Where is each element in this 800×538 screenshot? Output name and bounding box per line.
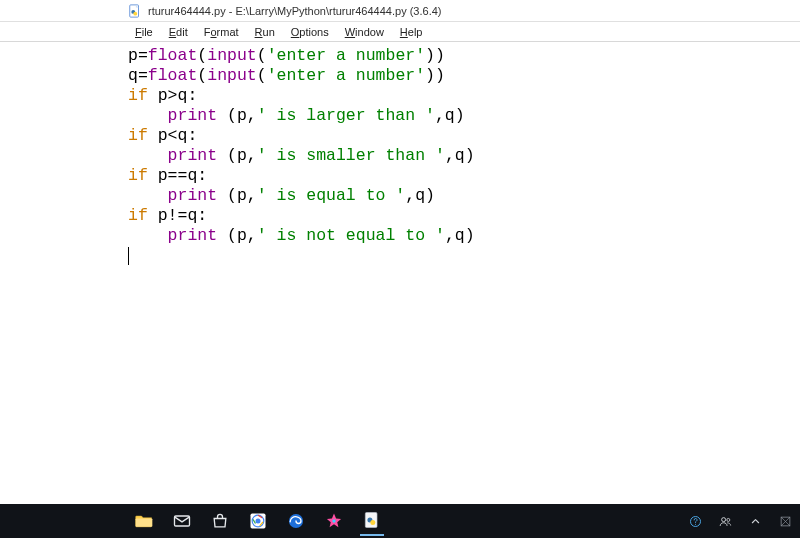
- chevron-up-icon[interactable]: [746, 512, 764, 530]
- code-token: [128, 146, 168, 165]
- code-token: ,q): [445, 226, 475, 245]
- code-token: if: [128, 206, 148, 225]
- menu-edit[interactable]: Edit: [162, 25, 195, 39]
- python-file-icon: [128, 4, 142, 18]
- file-explorer-icon[interactable]: [132, 509, 156, 533]
- svg-point-16: [726, 518, 729, 521]
- code-token: ,q): [445, 146, 475, 165]
- code-token: (p,: [217, 186, 257, 205]
- code-token: =: [138, 46, 148, 65]
- code-token: [128, 106, 168, 125]
- code-token: p!=q:: [148, 206, 207, 225]
- code-token: p<q:: [148, 126, 198, 145]
- menu-bar: File Edit Format Run Options Window Help: [0, 22, 800, 42]
- code-token: (: [197, 66, 207, 85]
- code-token: ,q): [435, 106, 465, 125]
- code-token: float: [148, 66, 198, 85]
- code-token: )): [425, 46, 445, 65]
- code-token: if: [128, 126, 148, 145]
- people-icon[interactable]: [716, 512, 734, 530]
- code-editor[interactable]: p=float(input('enter a number')) q=float…: [126, 42, 800, 504]
- code-token: (p,: [217, 146, 257, 165]
- paint-icon[interactable]: [322, 509, 346, 533]
- text-cursor: [128, 247, 129, 265]
- code-token: ' is smaller than ': [257, 146, 445, 165]
- taskbar-right: [686, 512, 794, 530]
- chrome-icon[interactable]: [246, 509, 270, 533]
- code-token: print: [168, 186, 218, 205]
- code-token: input: [207, 66, 257, 85]
- code-token: q: [128, 66, 138, 85]
- svg-point-12: [370, 520, 375, 525]
- code-token: (p,: [217, 106, 257, 125]
- code-token: ,q): [405, 186, 435, 205]
- taskbar-left: [132, 506, 384, 536]
- taskbar: [0, 504, 800, 538]
- code-token: ' is larger than ': [257, 106, 435, 125]
- code-token: )): [425, 66, 445, 85]
- title-bar[interactable]: rturur464444.py - E:\Larry\MyPython\rtur…: [0, 0, 800, 22]
- svg-point-7: [256, 519, 261, 524]
- idle-icon[interactable]: [360, 506, 384, 536]
- window-title: rturur464444.py - E:\Larry\MyPython\rtur…: [148, 5, 441, 17]
- menu-help[interactable]: Help: [393, 25, 430, 39]
- code-token: if: [128, 86, 148, 105]
- svg-point-9: [332, 519, 335, 522]
- code-token: ' is equal to ': [257, 186, 406, 205]
- code-token: print: [168, 226, 218, 245]
- help-circle-icon[interactable]: [686, 512, 704, 530]
- code-token: (: [257, 46, 267, 65]
- code-token: p>q:: [148, 86, 198, 105]
- svg-point-14: [694, 523, 695, 524]
- code-token: [128, 186, 168, 205]
- menu-window[interactable]: Window: [338, 25, 391, 39]
- store-icon[interactable]: [208, 509, 232, 533]
- code-token: p: [128, 46, 138, 65]
- placeholder-icon[interactable]: [776, 512, 794, 530]
- code-token: input: [207, 46, 257, 65]
- code-token: (p,: [217, 226, 257, 245]
- svg-point-2: [133, 11, 137, 15]
- menu-options[interactable]: Options: [284, 25, 336, 39]
- svg-point-15: [721, 517, 725, 521]
- code-token: p==q:: [148, 166, 207, 185]
- code-token: ' is not equal to ': [257, 226, 445, 245]
- code-token: [128, 226, 168, 245]
- code-token: 'enter a number': [267, 46, 425, 65]
- code-token: print: [168, 106, 218, 125]
- menu-file[interactable]: File: [128, 25, 160, 39]
- code-token: if: [128, 166, 148, 185]
- mail-icon[interactable]: [170, 509, 194, 533]
- svg-rect-3: [136, 519, 153, 527]
- left-gutter: [0, 42, 126, 504]
- idle-window: rturur464444.py - E:\Larry\MyPython\rtur…: [0, 0, 800, 538]
- code-token: (: [197, 46, 207, 65]
- editor-area: p=float(input('enter a number')) q=float…: [0, 42, 800, 504]
- code-token: =: [138, 66, 148, 85]
- menu-run[interactable]: Run: [248, 25, 282, 39]
- code-token: (: [257, 66, 267, 85]
- menu-format[interactable]: Format: [197, 25, 246, 39]
- code-token: 'enter a number': [267, 66, 425, 85]
- edge-icon[interactable]: [284, 509, 308, 533]
- svg-rect-4: [175, 516, 190, 526]
- code-token: print: [168, 146, 218, 165]
- code-token: float: [148, 46, 198, 65]
